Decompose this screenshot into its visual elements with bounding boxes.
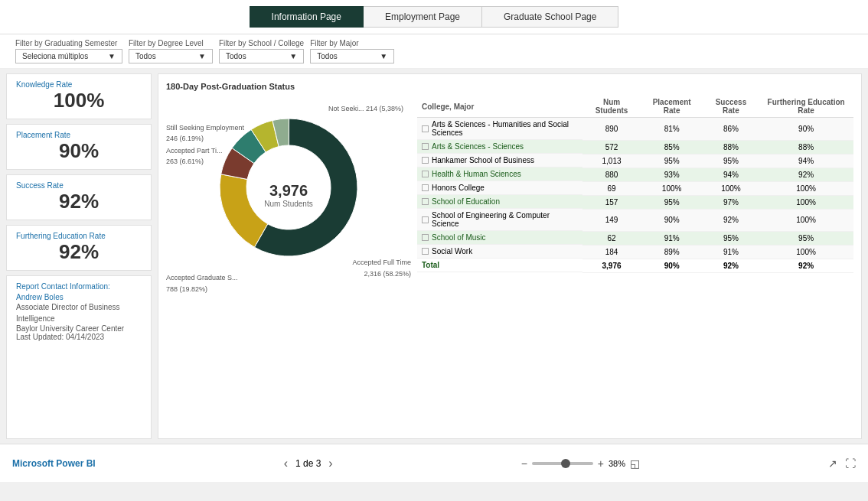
fit-page-icon[interactable]: ◱ — [630, 457, 640, 470]
bottom-bar: Microsoft Power BI ‹ 1 de 3 › − + 38% ◱ … — [0, 444, 868, 482]
table-row: Total3,97690%92%92% — [417, 259, 853, 272]
row-checkbox[interactable] — [422, 234, 429, 241]
col-header-furthering: Furthering Education Rate — [759, 96, 853, 118]
zoom-slider[interactable] — [532, 462, 593, 465]
row-checkbox[interactable] — [422, 171, 429, 177]
page-info: 1 de 3 — [295, 458, 321, 469]
table-row: School of Engineering & Computer Science… — [417, 209, 853, 231]
legend-bottom-right: Accepted Full Time 2,316 (58.25%) — [352, 257, 411, 279]
filter-degree-label: Filter by Degree Level — [129, 39, 213, 47]
col-header-college: College, Major — [417, 96, 582, 118]
filter-school-label: Filter by School / College — [219, 39, 304, 47]
table-row: Social Work18489%91%100% — [417, 245, 853, 259]
col-header-placement: Placement Rate — [641, 96, 703, 118]
filter-semester-select[interactable]: Seleciona múltiplos ▼ — [15, 49, 122, 63]
filter-school: Filter by School / College Todos ▼ — [219, 39, 304, 63]
share-icon[interactable]: ↗ — [828, 457, 837, 470]
zoom-thumb — [561, 459, 570, 468]
metric-furthering: Furthering Education Rate 92% — [6, 225, 152, 271]
table-row: School of Education15795%97%100% — [417, 195, 853, 209]
col-header-success: Success Rate — [703, 96, 759, 118]
metric-placement: Placement Rate 90% — [6, 124, 152, 170]
pagination-control: ‹ 1 de 3 › — [284, 457, 333, 470]
zoom-in-icon[interactable]: + — [598, 457, 604, 470]
tab-graduate[interactable]: Graduate School Page — [482, 6, 618, 28]
main-content: Knowledge Rate 100% Placement Rate 90% S… — [0, 69, 868, 444]
filters-bar: Filter by Graduating Semester Seleciona … — [0, 34, 868, 69]
table-row: Hankamer School of Business1,01395%95%94… — [417, 154, 853, 168]
table-row: Arts & Sciences - Sciences57285%88%88% — [417, 140, 853, 154]
metric-success: Success Rate 92% — [6, 174, 152, 220]
row-checkbox[interactable] — [422, 157, 429, 164]
right-icons: ↗ ⛶ — [828, 457, 856, 470]
table-row: Health & Human Sciences88093%94%92% — [417, 168, 853, 181]
chart-title: 180-Day Post-Graduation Status — [166, 82, 853, 91]
row-checkbox[interactable] — [422, 198, 429, 205]
left-panel: Knowledge Rate 100% Placement Rate 90% S… — [6, 73, 152, 439]
filter-semester: Filter by Graduating Semester Seleciona … — [15, 39, 122, 63]
donut-chart-area: Not Seeki... 214 (5,38%) Still Seeking E… — [166, 96, 411, 294]
filter-major: Filter by Major Todos ▼ — [310, 39, 394, 63]
filter-degree: Filter by Degree Level Todos ▼ — [129, 39, 213, 63]
zoom-section: − + 38% ◱ — [521, 457, 640, 470]
filter-degree-select[interactable]: Todos ▼ — [129, 49, 213, 63]
row-checkbox[interactable] — [422, 248, 429, 255]
table-row: Arts & Sciences - Humanities and Social … — [417, 118, 853, 141]
filter-major-label: Filter by Major — [310, 39, 394, 47]
next-page-btn[interactable]: › — [328, 457, 332, 470]
metric-knowledge: Knowledge Rate 100% — [6, 73, 152, 119]
row-checkbox[interactable] — [422, 216, 429, 223]
filter-school-select[interactable]: Todos ▼ — [219, 49, 304, 63]
fullscreen-icon[interactable]: ⛶ — [845, 457, 856, 470]
row-checkbox[interactable] — [422, 143, 429, 150]
legend-bottom-left: Accepted Graduate S... 788 (19.82%) — [166, 272, 238, 294]
right-panel: 180-Day Post-Graduation Status Not Seeki… — [158, 73, 862, 439]
table-row: School of Music6291%95%95% — [417, 231, 853, 245]
tab-employment[interactable]: Employment Page — [364, 6, 482, 28]
donut-svg — [189, 96, 388, 279]
donut-section: Not Seeki... 214 (5,38%) Still Seeking E… — [166, 96, 411, 431]
data-table: College, Major Num Students Placement Ra… — [417, 96, 853, 273]
col-header-students: Num Students — [582, 96, 640, 118]
tab-information[interactable]: Information Page — [250, 6, 364, 28]
filter-major-select[interactable]: Todos ▼ — [310, 49, 394, 63]
row-checkbox[interactable] — [422, 184, 429, 191]
contact-info: Report Contact Information: Andrew Boles… — [6, 275, 152, 439]
zoom-out-icon[interactable]: − — [521, 457, 527, 470]
table-row: Honors College69100%100%100% — [417, 181, 853, 195]
powerbi-link[interactable]: Microsoft Power BI — [12, 458, 96, 469]
prev-page-btn[interactable]: ‹ — [284, 457, 288, 470]
table-section: College, Major Num Students Placement Ra… — [417, 96, 853, 431]
chart-and-table: Not Seeki... 214 (5,38%) Still Seeking E… — [166, 96, 853, 431]
zoom-level: 38% — [609, 459, 625, 468]
filter-semester-label: Filter by Graduating Semester — [15, 39, 122, 47]
row-checkbox[interactable] — [422, 125, 429, 132]
